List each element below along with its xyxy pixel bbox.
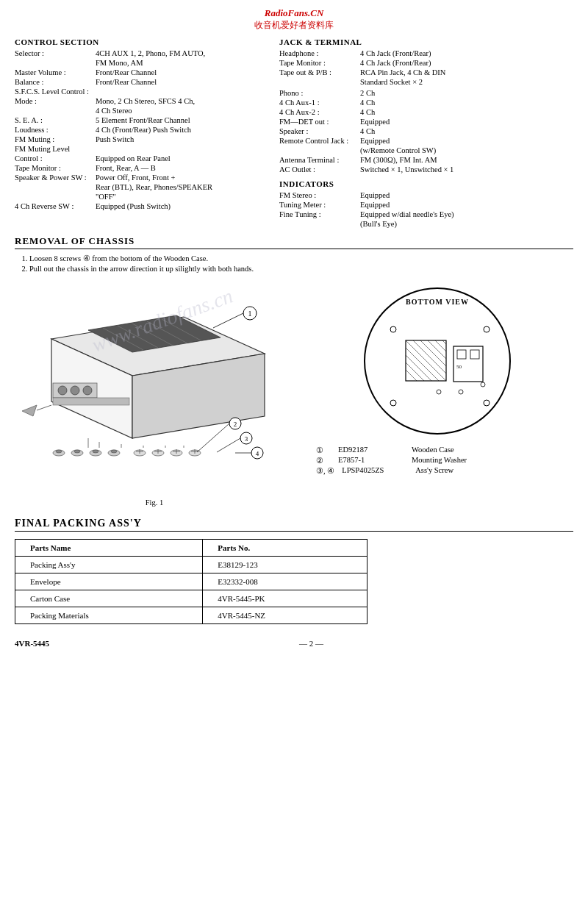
spec-row: Fine Tuning : Equipped w/dial needle's E… [279, 210, 573, 218]
svg-text:1: 1 [248, 310, 252, 318]
parts-list-item: ② E7857-1 Mounting Washer [316, 456, 573, 465]
spec-row: FM Stereo : Equipped [279, 191, 573, 199]
subtitle: 收音机爱好者资料库 [15, 19, 573, 32]
svg-rect-70 [457, 350, 466, 359]
spec-row: Speaker : 4 Ch [279, 127, 573, 135]
spec-row: FM Muting : Push Switch [15, 135, 265, 143]
spec-row: Tape out & P/B : RCA Pin Jack, 4 Ch & DI… [279, 68, 573, 76]
svg-line-16 [213, 313, 243, 328]
spec-row: S.F.C.S. Level Control : [15, 87, 265, 96]
jack-terminal-section: JACK & TERMINAL Headphone : 4 Ch Jack (F… [279, 37, 573, 228]
bottom-view-svg: 50 [365, 289, 512, 436]
spec-row: Headphone : 4 Ch Jack (Front/Rear) [279, 49, 573, 57]
spec-row: Antenna Terminal : FM (300Ω), FM Int. AM [279, 156, 573, 164]
site-name: RadioFans.CN [15, 7, 573, 19]
parts-no-cell: E32332-008 [203, 573, 368, 590]
spec-row: S. E. A. : 5 Element Front/Rear Channel [15, 116, 265, 124]
table-header-row: Parts Name Parts No. [15, 540, 368, 557]
svg-text:50: 50 [456, 364, 462, 370]
col-parts-name: Parts Name [15, 540, 203, 557]
removal-step-2: Pull out the chassis in the arrow direct… [29, 265, 573, 273]
spec-row: Tape Monitor : 4 Ch Jack (Front/Rear) [279, 59, 573, 67]
svg-rect-71 [470, 350, 479, 359]
svg-line-68 [442, 340, 446, 344]
spec-row: Phono : 2 Ch [279, 89, 573, 97]
header: RadioFans.CN 收音机爱好者资料库 [15, 7, 573, 32]
spec-row: Tuning Meter : Equipped [279, 201, 573, 209]
spec-row: Loudness : 4 Ch (Front/Rear) Push Switch [15, 126, 265, 134]
svg-point-11 [58, 386, 67, 395]
spec-row: 4 Ch Aux-2 : 4 Ch [279, 108, 573, 116]
parts-name-cell: Carton Case [15, 590, 203, 607]
svg-line-62 [406, 362, 424, 381]
spec-row: AC Outlet : Switched × 1, Unswitched × 1 [279, 165, 573, 174]
spec-row: Speaker & Power SW : Power Off, Front, F… [15, 174, 265, 182]
svg-line-18 [37, 405, 51, 410]
control-section-title: CONTROL SECTION [15, 37, 265, 46]
spec-row: Remote Control Jack : Equipped [279, 137, 573, 145]
svg-text:3: 3 [245, 435, 248, 443]
svg-line-59 [406, 340, 446, 381]
spec-row: Master Volume : Front/Rear Channel [15, 68, 265, 76]
fig-label: Fig. 1 [15, 498, 294, 507]
table-row: Envelope E32332-008 [15, 573, 368, 590]
control-section: CONTROL SECTION Selector : 4CH AUX 1, 2,… [15, 37, 265, 228]
svg-point-13 [83, 386, 92, 395]
svg-point-75 [481, 382, 485, 387]
footer-page: — 2 — [299, 639, 323, 648]
table-row: Carton Case 4VR-5445-PK [15, 590, 368, 607]
svg-line-67 [435, 340, 446, 351]
svg-line-61 [406, 355, 431, 381]
svg-rect-10 [53, 398, 129, 405]
final-packing-section: FINAL PACKING ASS'Y Parts Name Parts No.… [15, 518, 573, 624]
parts-no-cell: 4VR-5445-PK [203, 590, 368, 607]
removal-step-1: Loosen 8 screws ④ from the bottom of the… [29, 254, 573, 262]
svg-point-56 [390, 400, 396, 406]
spec-row: 4 Ch Aux-1 : 4 Ch [279, 99, 573, 107]
removal-steps: Loosen 8 screws ④ from the bottom of the… [29, 254, 573, 273]
spec-row: Control : Equipped on Rear Panel [15, 154, 265, 162]
spec-row: Mode : Mono, 2 Ch Stereo, SFCS 4 Ch, [15, 97, 265, 105]
removal-section: REMOVAL OF CHASSIS Loosen 8 screws ④ fro… [15, 235, 573, 273]
spec-row: FM Muting Level [15, 145, 265, 153]
svg-line-60 [406, 348, 439, 381]
spec-row: Tape Monitor : Front, Rear, A — B [15, 164, 265, 172]
svg-point-26 [111, 450, 117, 453]
table-row: Packing Materials 4VR-5445-NZ [15, 607, 368, 624]
bottom-view: BOTTOM VIEW [364, 287, 511, 435]
device-diagram: 1 [15, 280, 294, 507]
parts-name-cell: Packing Ass'y [15, 557, 203, 573]
svg-line-64 [413, 340, 446, 374]
parts-list: ① ED92187 Wooden Case ② E7857-1 Mounting… [316, 446, 573, 475]
svg-point-55 [484, 326, 490, 332]
parts-no-cell: E38129-123 [203, 557, 368, 573]
device-svg: 1 [15, 280, 294, 493]
svg-line-63 [406, 370, 417, 381]
diagram-right: BOTTOM VIEW [301, 280, 573, 482]
svg-point-24 [93, 450, 98, 453]
svg-point-73 [437, 390, 441, 394]
parts-list-item: ① ED92187 Wooden Case [316, 446, 573, 454]
spec-row: 4 Ch Reverse SW : Equipped (Push Switch) [15, 202, 265, 210]
spec-row: Selector : 4CH AUX 1, 2, Phono, FM AUTO, [15, 49, 265, 57]
svg-marker-17 [22, 405, 37, 416]
bottom-view-label: BOTTOM VIEW [365, 298, 509, 306]
parts-name-cell: Envelope [15, 573, 203, 590]
svg-text:4: 4 [256, 450, 259, 457]
final-packing-title: FINAL PACKING ASS'Y [15, 518, 573, 532]
svg-text:2: 2 [234, 421, 237, 428]
parts-no-cell: 4VR-5445-NZ [203, 607, 368, 624]
svg-point-54 [390, 326, 396, 332]
indicators-title: INDICATORS [279, 179, 573, 188]
parts-name-cell: Packing Materials [15, 607, 203, 624]
svg-point-12 [71, 386, 79, 395]
svg-line-66 [428, 340, 446, 359]
removal-title: REMOVAL OF CHASSIS [15, 235, 573, 249]
jack-terminal-title: JACK & TERMINAL [279, 37, 573, 46]
col-parts-no: Parts No. [203, 540, 368, 557]
parts-list-item: ③, ④ LPSP4025ZS Ass'y Screw [316, 466, 573, 475]
page-footer: 4VR-5445 — 2 — [15, 639, 573, 648]
svg-line-65 [420, 340, 446, 366]
footer-model: 4VR-5445 [15, 639, 49, 648]
svg-point-20 [56, 450, 62, 453]
